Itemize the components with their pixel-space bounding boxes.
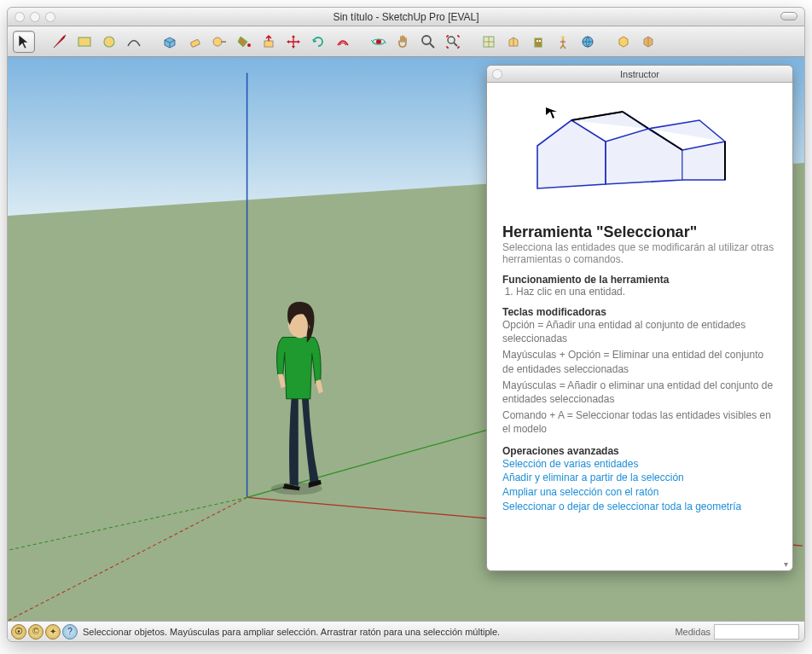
svg-rect-12 <box>535 38 542 47</box>
arc-tool[interactable] <box>123 31 145 53</box>
statusbar: ⦿ © ✦ ? Seleccionar objetos. Mayúsculas … <box>8 621 804 641</box>
instructor-modifier: Mayúsculas + Opción = Eliminar una entid… <box>502 348 777 375</box>
svg-rect-14 <box>539 40 541 42</box>
instructor-modifier: Mayúsculas = Añadir o eliminar una entid… <box>502 379 777 406</box>
svg-rect-0 <box>78 38 90 46</box>
orbit-tool[interactable] <box>368 31 390 53</box>
status-hint: Seleccionar objetos. Mayúsculas para amp… <box>83 627 675 637</box>
instructor-advanced-link[interactable]: Seleccionar o dejar de seleccionar toda … <box>502 500 777 514</box>
pan-tool[interactable] <box>392 31 415 53</box>
instructor-advanced-link[interactable]: Selección de varias entidades <box>502 457 777 472</box>
svg-point-10 <box>448 37 455 43</box>
status-icon-credits[interactable]: © <box>28 624 44 640</box>
extension2-tool[interactable] <box>637 31 659 53</box>
instructor-description: Selecciona las entidades que se modifica… <box>502 241 777 265</box>
zoom-window-button[interactable] <box>45 12 55 22</box>
titlebar: Sin título - SketchUp Pro [EVAL] <box>8 8 804 26</box>
status-icon-help[interactable]: ? <box>62 624 78 640</box>
svg-point-9 <box>422 36 431 44</box>
instructor-modifiers-title: Teclas modificadoras <box>502 306 777 318</box>
instructor-heading: Herramienta "Seleccionar" <box>502 223 777 241</box>
make-component-tool[interactable] <box>159 31 181 53</box>
instructor-operation-step: Haz clic en una entidad. <box>516 286 777 298</box>
svg-point-5 <box>247 43 251 47</box>
status-icon-claim[interactable]: ✦ <box>45 624 61 640</box>
push-pull-tool[interactable] <box>258 31 280 53</box>
tape-measure-tool[interactable] <box>208 31 230 53</box>
circle-tool[interactable] <box>98 31 120 53</box>
eraser-tool[interactable] <box>183 31 206 53</box>
svg-rect-6 <box>264 41 273 47</box>
line-tool[interactable] <box>49 31 71 53</box>
instructor-title: Instructor <box>487 69 792 79</box>
scroll-down-icon[interactable]: ▾ <box>779 557 792 570</box>
svg-point-15 <box>561 36 565 39</box>
instructor-advanced-link[interactable]: Añadir y eliminar a partir de la selecci… <box>502 471 777 485</box>
svg-point-3 <box>213 38 222 46</box>
svg-point-1 <box>104 37 114 47</box>
zoom-extents-tool[interactable] <box>442 31 464 53</box>
instructor-operation-title: Funcionamiento de la herramienta <box>502 274 777 286</box>
main-toolbar <box>8 26 804 57</box>
window-title: Sin título - SketchUp Pro [EVAL] <box>8 11 804 23</box>
svg-rect-13 <box>536 40 538 42</box>
measurements-label: Medidas <box>675 627 710 637</box>
move-tool[interactable] <box>282 31 304 53</box>
rotate-tool[interactable] <box>307 31 329 53</box>
minimize-window-button[interactable] <box>30 12 40 22</box>
get-models-tool[interactable] <box>502 31 525 53</box>
svg-rect-4 <box>221 41 226 43</box>
instructor-advanced-link[interactable]: Ampliar una selección con el ratón <box>502 485 777 500</box>
measurements-input[interactable] <box>714 624 799 640</box>
paint-bucket-tool[interactable] <box>233 31 255 53</box>
toolbar-toggle-button[interactable] <box>780 12 798 20</box>
svg-point-7 <box>376 39 381 44</box>
instructor-modifier: Opción = Añadir una entidad al conjunto … <box>502 318 777 345</box>
figure-tool[interactable] <box>552 31 574 53</box>
instructor-modifier: Comando + A = Seleccionar todas las enti… <box>502 408 777 436</box>
extension-tool[interactable] <box>612 31 635 53</box>
rectangle-tool[interactable] <box>73 31 96 53</box>
offset-tool[interactable] <box>332 31 354 53</box>
instructor-advanced-title: Operaciones avanzadas <box>502 445 777 457</box>
close-window-button[interactable] <box>14 12 25 22</box>
status-icon-geolocation[interactable]: ⦿ <box>11 624 26 640</box>
globe-tool[interactable] <box>577 31 599 53</box>
instructor-illustration <box>502 95 777 214</box>
instructor-panel: Instructor Herramienta "Seleccionar" Sel… <box>486 65 793 571</box>
select-tool[interactable] <box>13 31 35 53</box>
add-location-tool[interactable] <box>478 31 500 53</box>
building-maker-tool[interactable] <box>527 31 549 53</box>
zoom-tool[interactable] <box>417 31 439 53</box>
svg-rect-2 <box>190 38 200 47</box>
instructor-titlebar: Instructor <box>487 66 792 83</box>
